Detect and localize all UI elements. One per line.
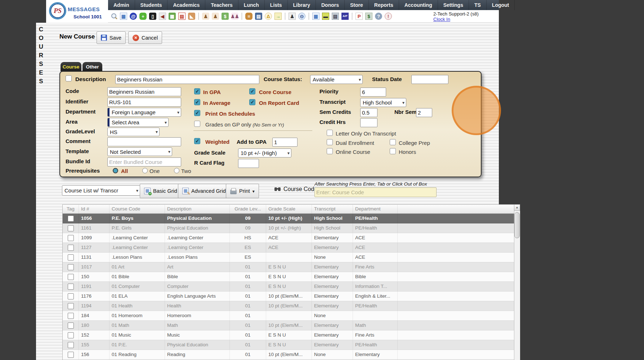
person-icon[interactable]: ♟: [212, 13, 219, 20]
table-row[interactable]: 119401 HealthHealth0110 pt (Elem/M...Ele…: [63, 301, 514, 311]
alert-icon[interactable]: !: [385, 13, 392, 20]
prereq-one-radio[interactable]: [142, 168, 148, 173]
in-average-checkbox[interactable]: [194, 99, 200, 105]
messages-icon[interactable]: +: [139, 13, 147, 20]
nav-item-settings[interactable]: Settings: [438, 0, 469, 10]
credit-hrs-input[interactable]: [360, 118, 377, 127]
lunch-icon[interactable]: ≡: [245, 13, 252, 20]
table-row[interactable]: 1056P.E. BoysPhysical Education0910 pt +…: [63, 214, 514, 223]
nav-item-lists[interactable]: Lists: [265, 0, 288, 10]
check-entry-icon[interactable]: ▬: [322, 13, 329, 20]
table-row[interactable]: 1131.Lesson Plans.Lesson PlansESNoneACE: [63, 253, 514, 262]
column-header[interactable]: Course Code: [109, 205, 165, 213]
column-header[interactable]: Grade Lev...: [230, 205, 266, 213]
grade-level-select[interactable]: HS: [107, 128, 160, 136]
note-forward-icon[interactable]: →: [274, 13, 282, 20]
add-to-gpa-input[interactable]: [272, 138, 298, 147]
nav-item-store[interactable]: Store: [345, 0, 369, 10]
speaker-icon[interactable]: ◀: [159, 13, 166, 20]
add-person-icon[interactable]: ♟: [202, 13, 209, 20]
row-tag-checkbox[interactable]: [68, 274, 74, 280]
pdf-icon[interactable]: P: [355, 13, 363, 20]
nav-item-academics[interactable]: Academics: [167, 0, 205, 10]
family-icon[interactable]: ♟♟: [231, 13, 238, 20]
table-row[interactable]: 117601 ELAEnglish Language Arts0110 pt (…: [63, 292, 514, 301]
table-row[interactable]: 101701 ArtArt01E S N UElementaryFine Art…: [63, 262, 514, 272]
print-on-schedules-checkbox[interactable]: [194, 110, 200, 116]
table-row[interactable]: 1161P.E. GirlsPhysical Education0910 pt …: [63, 223, 514, 233]
row-tag-checkbox[interactable]: [68, 313, 74, 319]
column-header[interactable]: Id #: [79, 205, 109, 213]
table-row[interactable]: 1127.Learning Center.Learning CenterESAC…: [63, 243, 514, 253]
core-course-checkbox[interactable]: [249, 88, 255, 94]
date-calendar-icon[interactable]: ▤: [178, 13, 185, 20]
letter-only-checkbox[interactable]: [327, 130, 333, 136]
ap-badge-icon[interactable]: A/P: [341, 13, 349, 20]
scrollbar-up-button[interactable]: [514, 204, 520, 211]
nbr-sem-input[interactable]: [416, 108, 432, 117]
table-row[interactable]: 18001 MathMath0110 pt (Elem/M...Elementa…: [63, 321, 514, 330]
row-tag-checkbox[interactable]: [68, 303, 74, 309]
row-tag-checkbox[interactable]: [68, 254, 74, 261]
cancel-button[interactable]: Cancel: [128, 31, 162, 44]
email-icon[interactable]: @: [130, 13, 137, 20]
row-tag-checkbox[interactable]: [68, 264, 74, 270]
weighted-checkbox[interactable]: [194, 138, 200, 144]
grades-on-gp-only-checkbox[interactable]: [194, 121, 200, 127]
money-icon[interactable]: $: [222, 13, 229, 20]
identifier-input[interactable]: [107, 98, 181, 107]
r-card-flag-input[interactable]: [238, 159, 259, 168]
status-date-input[interactable]: [411, 75, 448, 84]
description-input[interactable]: [115, 75, 259, 84]
course-code-search-input[interactable]: [314, 187, 437, 197]
honors-checkbox[interactable]: [390, 148, 396, 154]
print-checks-icon[interactable]: ▤: [332, 13, 339, 20]
table-row[interactable]: 15601 ReadingReading0110 pt (Elem/M...No…: [63, 350, 514, 360]
nav-item-ts[interactable]: TS: [469, 0, 487, 10]
prereq-all-radio[interactable]: [113, 168, 118, 173]
table-row[interactable]: 1099.Learning Center.Learning CenterHSAC…: [63, 233, 514, 243]
megaphone-icon[interactable]: ◣: [188, 13, 195, 20]
area-select[interactable]: Select Area: [107, 118, 169, 127]
description-checkbox[interactable]: [66, 75, 72, 81]
tab-course[interactable]: Course: [61, 62, 81, 71]
row-tag-checkbox[interactable]: [68, 215, 74, 222]
template-select[interactable]: Not Selected: [107, 147, 172, 156]
column-header[interactable]: Transcript: [312, 205, 353, 213]
directory-person-icon[interactable]: ♟: [289, 13, 296, 20]
code-input[interactable]: [107, 87, 181, 96]
on-report-card-checkbox[interactable]: [249, 99, 255, 105]
table-row[interactable]: 119101 ComputerComputer01E S N UElementa…: [63, 282, 514, 292]
table-row[interactable]: 18401 HomeroomHomeroom01None: [63, 311, 514, 321]
department-select[interactable]: Foreign Language: [107, 108, 181, 117]
help-icon[interactable]: ?: [375, 13, 382, 20]
dual-enrollment-checkbox[interactable]: [327, 139, 333, 145]
search-icon[interactable]: [110, 13, 117, 20]
column-header[interactable]: Grade Scale: [266, 205, 312, 213]
clock-icon[interactable]: ⊙: [298, 13, 305, 20]
course-status-select[interactable]: Available: [310, 75, 363, 84]
online-course-checkbox[interactable]: [327, 148, 333, 154]
column-header[interactable]: Tag: [63, 205, 79, 213]
course-list-view-select[interactable]: Course List w/ Transcr: [62, 185, 140, 196]
table-row[interactable]: 15201 MusicMusic01E S N UElementaryFine …: [63, 330, 514, 340]
row-tag-checkbox[interactable]: [68, 284, 74, 290]
row-tag-checkbox[interactable]: [68, 225, 74, 231]
nav-item-teachers[interactable]: Teachers: [205, 0, 238, 10]
nav-item-admin[interactable]: Admin: [108, 0, 135, 10]
bell-icon[interactable]: Δ: [265, 13, 272, 20]
bundle-id-input[interactable]: [107, 157, 181, 166]
nav-item-library[interactable]: Library: [288, 0, 316, 10]
cash-register-icon[interactable]: $: [365, 13, 372, 20]
priority-input[interactable]: [360, 88, 386, 97]
comment-input[interactable]: [107, 137, 181, 146]
scrollbar-thumb[interactable]: [514, 212, 520, 238]
nav-item-logout[interactable]: Logout: [487, 0, 515, 10]
row-tag-checkbox[interactable]: [68, 293, 74, 299]
tab-other[interactable]: Other: [82, 62, 102, 71]
row-tag-checkbox[interactable]: [68, 332, 74, 338]
row-tag-checkbox[interactable]: [68, 235, 74, 241]
prereq-two-radio[interactable]: [174, 168, 179, 173]
nav-item-lunch[interactable]: Lunch: [238, 0, 265, 10]
table-row[interactable]: 15501 P.E.Physical Education01E S N UEle…: [63, 340, 514, 350]
